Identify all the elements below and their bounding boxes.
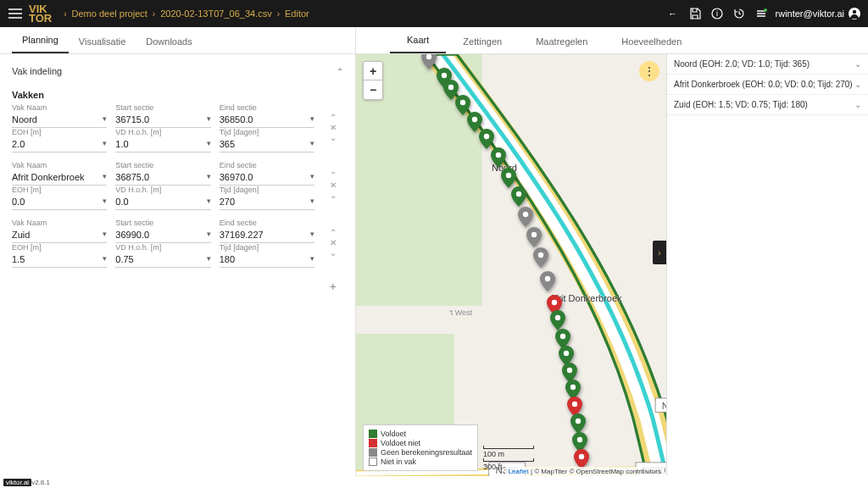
svg-point-16 <box>448 85 453 90</box>
field-label: Tijd [dagen] <box>220 186 314 194</box>
vak-row: Vak NaamAfrit Donkerbroek Start sectie36… <box>12 161 343 210</box>
svg-point-25 <box>538 252 543 258</box>
map-pin[interactable] <box>533 247 548 271</box>
start-sectie-input[interactable]: 36875.0 <box>115 170 210 186</box>
tab-zettingen[interactable]: Zettingen <box>446 30 519 53</box>
map-menu-button[interactable]: ⋮ <box>639 61 659 81</box>
save-icon[interactable] <box>684 3 706 25</box>
tab-downloads[interactable]: Downloads <box>136 30 202 53</box>
field-label: Vak Naam <box>12 103 107 112</box>
eind-sectie-input[interactable]: 36850.0 <box>220 113 314 128</box>
svg-point-17 <box>460 100 465 105</box>
move-down-icon[interactable]: ⌄ <box>330 249 337 258</box>
queue-icon[interactable] <box>750 3 772 25</box>
eoh-input[interactable]: 1.5 <box>12 252 107 268</box>
field-label: EOH [m] <box>12 186 107 194</box>
svg-point-29 <box>560 334 565 339</box>
left-panel: Planning Visualisatie Downloads Vak inde… <box>0 27 356 476</box>
map-pin[interactable] <box>540 271 555 295</box>
right-panel: Kaart Zettingen Maatregelen Hoeveelheden <box>356 27 868 476</box>
close-icon[interactable]: ✕ <box>330 124 337 132</box>
collapse-info-button[interactable]: › <box>653 241 666 264</box>
back-icon[interactable]: ← <box>662 3 684 25</box>
tijd-input[interactable]: 365 <box>220 137 314 152</box>
move-up-icon[interactable]: ⌃ <box>330 171 337 180</box>
move-up-icon[interactable]: ⌃ <box>330 114 337 122</box>
field-label: VD H.o.h. [m] <box>115 243 210 252</box>
info-row-afrit[interactable]: Afrit Donkerbroek (EOH: 0.0; VD: 0.0; Ti… <box>667 75 868 95</box>
breadcrumb-2[interactable]: Editor <box>285 8 309 19</box>
map-attribution: Leaflet | © MapTiler © OpenStreetMap con… <box>505 467 665 476</box>
svg-point-32 <box>570 385 576 390</box>
svg-text:i: i <box>716 9 718 18</box>
map-legend: Voldoet Voldoet niet Geen berekeningsres… <box>363 424 478 471</box>
user-menu[interactable]: rwinter@viktor.ai <box>776 7 861 20</box>
map-pin[interactable] <box>421 54 437 73</box>
svg-point-35 <box>577 437 582 442</box>
section-vak-indeling[interactable]: Vak indeling⌃ <box>12 63 343 85</box>
tab-visualisatie[interactable]: Visualisatie <box>69 30 136 53</box>
tijd-input[interactable]: 270 <box>220 195 314 210</box>
info-row-noord[interactable]: Noord (EOH: 2.0; VD: 1.0; Tijd: 365)⌄ <box>667 54 868 75</box>
start-sectie-input[interactable]: 36715.0 <box>115 113 210 128</box>
svg-point-22 <box>516 191 521 197</box>
info-row-zuid[interactable]: Zuid (EOH: 1.5; VD: 0.75; Tijd: 180)⌄ <box>667 95 868 115</box>
eoh-input[interactable]: 0.0 <box>12 195 107 210</box>
close-icon[interactable]: ✕ <box>330 181 337 190</box>
map[interactable]: N380 N380 N381 Noord Afrit Donkerbroek '… <box>356 54 868 476</box>
vak-naam-input[interactable]: Noord <box>12 113 107 128</box>
svg-point-27 <box>552 300 557 305</box>
zoom-in-button[interactable]: + <box>364 62 382 80</box>
vak-row: Vak NaamZuid Start sectie36990.0 Eind se… <box>12 219 343 268</box>
chevron-right-icon: › <box>153 9 155 19</box>
add-vak-button[interactable]: + <box>12 276 343 297</box>
field-label: Tijd [dagen] <box>220 243 314 252</box>
footer: viktor.ai v2.8.1 <box>0 476 868 488</box>
eind-sectie-input[interactable]: 37169.227 <box>220 228 314 243</box>
move-down-icon[interactable]: ⌄ <box>330 191 337 200</box>
breadcrumb-1[interactable]: 2020-02-13T07_06_34.csv <box>160 8 271 19</box>
info-icon[interactable]: i <box>706 3 728 25</box>
vd-input[interactable]: 1.0 <box>115 137 210 152</box>
svg-point-4 <box>853 10 856 14</box>
vd-input[interactable]: 0.75 <box>115 252 210 268</box>
svg-point-33 <box>572 402 577 407</box>
svg-point-28 <box>555 315 560 320</box>
field-label: Tijd [dagen] <box>220 128 314 136</box>
move-down-icon[interactable]: ⌄ <box>330 134 337 142</box>
vak-row: Vak NaamNoord Start sectie36715.0 Eind s… <box>12 103 343 152</box>
history-icon[interactable] <box>728 3 750 25</box>
svg-point-19 <box>484 134 489 139</box>
tab-planning[interactable]: Planning <box>12 28 69 53</box>
eoh-input[interactable]: 2.0 <box>12 137 107 152</box>
vd-input[interactable]: 0.0 <box>115 195 210 210</box>
field-label: EOH [m] <box>12 243 107 252</box>
breadcrumb-0[interactable]: Demo deel project <box>72 8 147 19</box>
svg-point-31 <box>567 368 572 373</box>
close-icon[interactable]: ✕ <box>330 239 337 247</box>
eind-sectie-input[interactable]: 36970.0 <box>220 170 314 186</box>
field-label: VD H.o.h. [m] <box>115 128 210 136</box>
field-label: VD H.o.h. [m] <box>115 186 210 194</box>
chevron-down-icon: ⌄ <box>854 59 861 69</box>
hamburger-icon[interactable] <box>7 5 24 22</box>
right-tabs: Kaart Zettingen Maatregelen Hoeveelheden <box>356 27 868 54</box>
tijd-input[interactable]: 180 <box>220 252 314 268</box>
svg-point-21 <box>506 173 511 178</box>
chevron-right-icon: › <box>64 9 66 19</box>
tab-hoeveelheden[interactable]: Hoeveelheden <box>604 30 698 53</box>
svg-point-2 <box>764 8 767 12</box>
vak-naam-input[interactable]: Zuid <box>12 228 107 243</box>
field-label: Eind sectie <box>220 103 314 112</box>
zoom-out-button[interactable]: − <box>364 80 382 99</box>
tab-kaart[interactable]: Kaart <box>390 28 446 53</box>
svg-point-24 <box>531 232 537 237</box>
move-up-icon[interactable]: ⌃ <box>330 229 337 237</box>
tab-maatregelen[interactable]: Maatregelen <box>519 30 604 53</box>
map-label-west: 't West <box>449 308 472 317</box>
vak-naam-input[interactable]: Afrit Donkerbroek <box>12 170 107 186</box>
info-panel: Noord (EOH: 2.0; VD: 1.0; Tijd: 365)⌄ Af… <box>666 54 868 476</box>
field-label: Start sectie <box>115 161 210 169</box>
field-label: Vak Naam <box>12 219 107 227</box>
start-sectie-input[interactable]: 36990.0 <box>115 228 210 243</box>
